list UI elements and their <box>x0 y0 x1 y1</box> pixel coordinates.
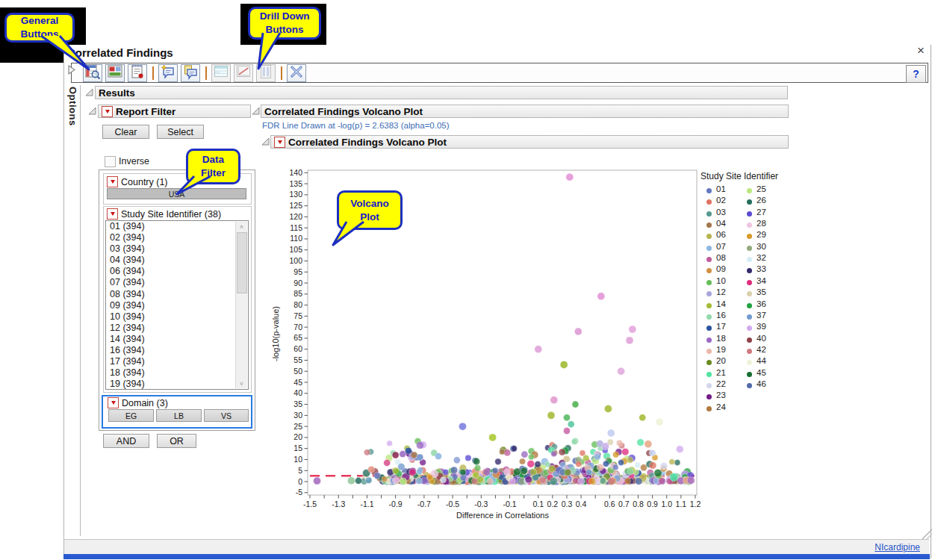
legend-label[interactable]: 39 <box>757 322 766 331</box>
scatter-point[interactable] <box>627 467 633 474</box>
scatter-point[interactable] <box>676 446 683 453</box>
volcano-outer-header[interactable]: Correlated Findings Volcano Plot <box>261 105 789 118</box>
legend-label[interactable]: 45 <box>757 368 766 377</box>
scatter-point[interactable] <box>670 473 678 482</box>
legend-label[interactable]: 27 <box>757 208 766 217</box>
close-x-button[interactable] <box>287 64 306 82</box>
scatter-point[interactable] <box>314 477 321 485</box>
scatter-point[interactable] <box>635 478 642 485</box>
scatter-point[interactable] <box>460 470 466 476</box>
site-list-item[interactable]: 04 (394) <box>106 255 248 266</box>
scatter-point[interactable] <box>624 478 630 484</box>
scatter-point[interactable] <box>459 423 466 430</box>
scatter-point[interactable] <box>500 449 506 455</box>
scatter-point[interactable] <box>635 462 641 468</box>
scatter-point[interactable] <box>435 453 441 460</box>
scatter-point[interactable] <box>535 461 541 467</box>
legend-label[interactable]: 16 <box>716 311 726 320</box>
legend-label[interactable]: 25 <box>757 184 766 193</box>
site-list-item[interactable]: 07 (394) <box>106 277 248 288</box>
legend-label[interactable]: 14 <box>716 299 726 308</box>
site-list-item[interactable]: 08 (394) <box>106 289 248 300</box>
country-value-button[interactable]: USA <box>107 188 246 199</box>
scatter-point[interactable] <box>409 469 416 476</box>
legend-label[interactable]: 46 <box>757 379 766 388</box>
legend-label[interactable]: 07 <box>716 242 726 251</box>
legend-label[interactable]: 03 <box>716 208 726 217</box>
scatter-point[interactable] <box>417 469 423 475</box>
scatter-point[interactable] <box>450 467 457 473</box>
scatter-point[interactable] <box>453 457 460 464</box>
scatter-point[interactable] <box>471 478 477 484</box>
legend-label[interactable]: 02 <box>716 196 726 205</box>
site-list-item[interactable]: 18 (394) <box>106 367 248 379</box>
scatter-point[interactable] <box>568 421 574 428</box>
legend-label[interactable]: 35 <box>757 287 766 296</box>
scatter-point[interactable] <box>509 478 516 485</box>
legend-dot[interactable] <box>747 326 752 331</box>
scroll-up-icon[interactable]: ˄ <box>236 222 247 231</box>
legend-dot[interactable] <box>747 291 752 296</box>
scatter-point[interactable] <box>487 478 493 484</box>
legend-label[interactable]: 04 <box>716 219 726 228</box>
scatter-point[interactable] <box>551 451 557 457</box>
dataset-link[interactable]: NIcardipine <box>875 542 920 553</box>
volcano-inner-disclosure-icon[interactable] <box>262 138 270 146</box>
legend-dot[interactable] <box>747 246 752 251</box>
scatter-point[interactable] <box>565 469 571 476</box>
scatter-point[interactable] <box>572 401 579 408</box>
scatter-point[interactable] <box>560 361 568 368</box>
site-list-item[interactable]: 06 (394) <box>106 266 248 277</box>
report-filter-menu-icon[interactable] <box>102 106 113 117</box>
scatter-point[interactable] <box>604 405 612 412</box>
volcano-inner-header[interactable]: Correlated Findings Volcano Plot <box>270 135 789 149</box>
legend-label[interactable]: 29 <box>757 230 766 239</box>
legend-dot[interactable] <box>747 234 752 239</box>
site-list-item[interactable]: 14 (394) <box>106 334 248 345</box>
legend-dot[interactable] <box>706 246 712 251</box>
legend-dot[interactable] <box>747 188 752 193</box>
window-close-button[interactable]: × <box>917 46 925 56</box>
legend-dot[interactable] <box>747 314 752 320</box>
volcano-menu-icon[interactable] <box>274 137 285 148</box>
inverse-checkbox[interactable] <box>105 156 116 167</box>
scatter-point[interactable] <box>417 441 424 449</box>
legend-label[interactable]: 19 <box>716 345 726 354</box>
scatter-point[interactable] <box>607 429 615 437</box>
legend-label[interactable]: 30 <box>757 242 766 251</box>
site-list-item[interactable]: 16 (394) <box>106 345 248 356</box>
annotation-new-button[interactable] <box>158 64 178 82</box>
site-list-item[interactable]: 02 (394) <box>106 232 248 243</box>
scatter-point[interactable] <box>563 428 570 435</box>
legend-dot[interactable] <box>747 383 752 388</box>
legend-label[interactable]: 44 <box>757 356 766 365</box>
legend-dot[interactable] <box>706 349 712 354</box>
save-image-button[interactable] <box>105 64 125 82</box>
legend-dot[interactable] <box>747 199 752 205</box>
scatter-point[interactable] <box>629 326 636 333</box>
scatter-point[interactable] <box>566 173 574 181</box>
help-button[interactable]: ? <box>906 65 926 83</box>
site-list-item[interactable]: 19 (394) <box>106 379 248 390</box>
scatter-point[interactable] <box>597 464 603 470</box>
results-disclosure-icon[interactable] <box>86 89 93 96</box>
legend-label[interactable]: 01 <box>716 184 726 193</box>
scatter-point[interactable] <box>513 468 521 476</box>
scatter-point[interactable] <box>473 458 479 464</box>
legend-label[interactable]: 34 <box>757 276 766 285</box>
scatter-point[interactable] <box>687 477 695 485</box>
scatter-point[interactable] <box>427 474 433 480</box>
legend-dot[interactable] <box>706 303 712 308</box>
site-list-item[interactable]: 03 (394) <box>106 243 248 255</box>
scatter-point[interactable] <box>443 469 449 475</box>
legend-label[interactable]: 22 <box>716 379 726 388</box>
scatter-point[interactable] <box>374 473 381 479</box>
legend-label[interactable]: 42 <box>757 345 766 354</box>
legend-dot[interactable] <box>706 211 712 217</box>
scatter-point[interactable] <box>574 328 582 335</box>
site-listbox[interactable]: 01 (394)02 (394)03 (394)04 (394)06 (394)… <box>105 220 249 390</box>
scatter-point[interactable] <box>637 439 644 446</box>
scatter-point[interactable] <box>503 469 510 476</box>
site-list-item[interactable]: 12 (394) <box>106 323 248 334</box>
legend-label[interactable]: 40 <box>757 334 766 343</box>
